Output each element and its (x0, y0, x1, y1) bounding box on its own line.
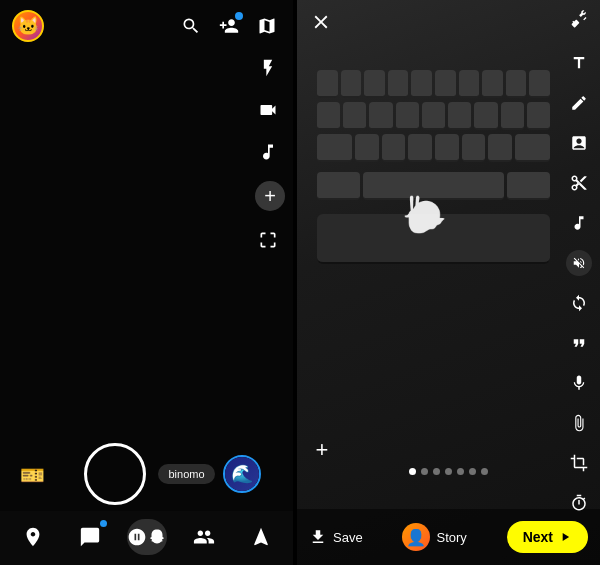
text-tool[interactable] (566, 50, 592, 76)
chat-notification-dot (100, 520, 107, 527)
left-camera-panel: 🐱 ⟳ + (0, 0, 293, 565)
key (482, 70, 503, 98)
lens-name: binomo (168, 468, 204, 480)
dot-1 (409, 468, 416, 475)
key (527, 102, 550, 130)
nav-friends[interactable] (184, 519, 224, 555)
key (317, 134, 352, 162)
key (364, 70, 385, 98)
scissors-tool[interactable] (566, 170, 592, 196)
sticker-icon: 🎫 (20, 463, 45, 487)
save-button[interactable]: Save (309, 528, 363, 546)
capture-controls: 🎫 binomo 🌊 (0, 435, 293, 511)
key (515, 134, 550, 162)
dot-6 (469, 468, 476, 475)
keyboard-visual (307, 60, 560, 445)
key (506, 70, 527, 98)
camera-tools: ⟳ + (255, 55, 285, 253)
add-tool-button[interactable]: + (255, 181, 285, 211)
lens-selector[interactable]: binomo (158, 464, 214, 484)
add-friend-button[interactable] (215, 12, 243, 40)
pencil-tool[interactable] (566, 90, 592, 116)
key (474, 102, 497, 130)
snap-map-button[interactable] (253, 12, 281, 40)
video-flip-icon[interactable]: ⟳ (255, 97, 281, 123)
quote-tool[interactable] (566, 330, 592, 356)
mute-circle (566, 250, 592, 276)
key (422, 102, 445, 130)
capture-button[interactable] (84, 443, 146, 505)
key (343, 102, 366, 130)
sticker-button[interactable]: 🎫 (12, 457, 52, 493)
key (411, 70, 432, 98)
focus-icon[interactable] (255, 227, 281, 253)
search-button[interactable] (177, 12, 205, 40)
right-story-panel: 🐌 (297, 0, 600, 565)
bottom-navigation (0, 511, 293, 565)
left-top-bar: 🐱 (0, 0, 293, 52)
right-editing-tools (566, 50, 592, 516)
dot-2 (421, 468, 428, 475)
dot-4 (445, 468, 452, 475)
key (396, 102, 419, 130)
bottom-capture-area: 🎫 binomo 🌊 (0, 435, 293, 565)
nav-chat[interactable] (70, 519, 110, 555)
loop-tool[interactable] (566, 290, 592, 316)
user-avatar[interactable]: 🐱 (12, 10, 44, 42)
next-button[interactable]: Next (507, 521, 588, 553)
sticker-tool[interactable] (566, 130, 592, 156)
snail-sticker[interactable]: 🐌 (402, 194, 447, 236)
music-icon[interactable] (255, 139, 281, 165)
lens-preview-image: 🌊 (225, 457, 259, 491)
lens-preview-avatar[interactable]: 🌊 (223, 455, 261, 493)
key (388, 70, 409, 98)
nav-location[interactable] (13, 519, 53, 555)
key (462, 134, 486, 162)
key (317, 172, 360, 200)
story-background: 🐌 (297, 0, 600, 565)
key (488, 134, 512, 162)
story-avatar-icon: 👤 (402, 523, 430, 551)
mute-tool[interactable] (566, 250, 592, 276)
key (408, 134, 432, 162)
top-right-icons (177, 12, 281, 40)
key (355, 134, 379, 162)
flash-icon[interactable] (255, 55, 281, 81)
save-label: Save (333, 530, 363, 545)
notification-dot (235, 12, 243, 20)
key (529, 70, 550, 98)
add-button[interactable]: + (307, 435, 337, 465)
next-label: Next (523, 529, 553, 545)
story-bottom-bar: Save 👤 Story Next (297, 509, 600, 565)
mic-tool[interactable] (566, 370, 592, 396)
key (317, 102, 340, 130)
key (435, 70, 456, 98)
right-top-bar (297, 8, 600, 36)
nav-discover[interactable] (241, 519, 281, 555)
key (448, 102, 471, 130)
dot-5 (457, 468, 464, 475)
key (341, 70, 362, 98)
key (435, 134, 459, 162)
music-add-tool[interactable] (566, 210, 592, 236)
close-button[interactable] (307, 8, 335, 36)
key (317, 70, 338, 98)
timer-tool[interactable] (566, 490, 592, 516)
key (369, 102, 392, 130)
paperclip-tool[interactable] (566, 410, 592, 436)
key (459, 70, 480, 98)
dot-7 (481, 468, 488, 475)
story-button[interactable]: 👤 Story (402, 523, 466, 551)
key (507, 172, 550, 200)
key (382, 134, 406, 162)
key (501, 102, 524, 130)
crop-tool[interactable] (566, 450, 592, 476)
right-top-right (570, 10, 590, 34)
page-dots (297, 468, 600, 475)
dot-3 (433, 468, 440, 475)
story-label: Story (436, 530, 466, 545)
nav-snap[interactable] (127, 519, 167, 555)
